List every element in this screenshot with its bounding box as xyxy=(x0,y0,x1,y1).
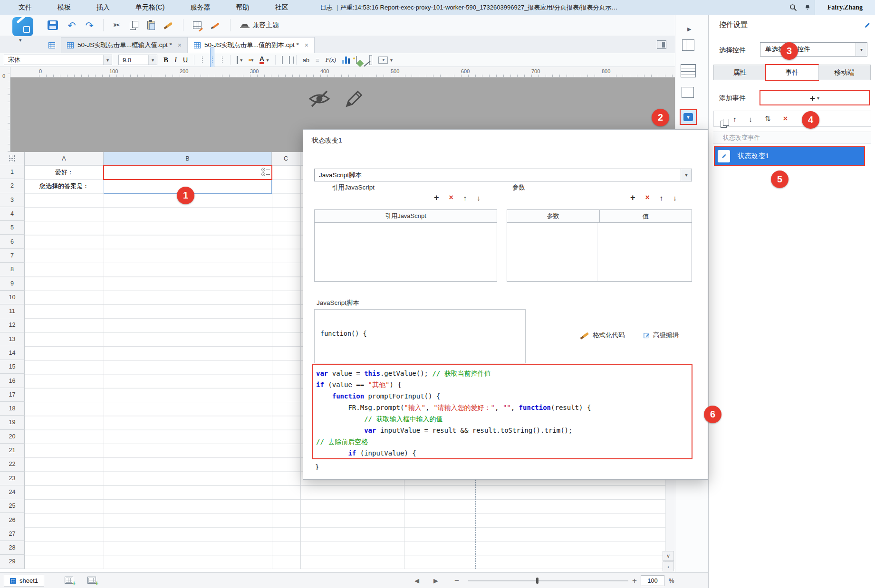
menu-item[interactable]: 帮助 xyxy=(223,3,262,12)
collapse-panel-icon[interactable]: ▶ xyxy=(687,26,691,32)
row-header[interactable]: 20 xyxy=(0,430,25,444)
row-header[interactable]: 27 xyxy=(0,527,25,541)
row-header[interactable]: 16 xyxy=(0,374,25,388)
undo-button[interactable]: ↶ xyxy=(67,20,76,30)
menu-item[interactable]: 社区 xyxy=(262,3,301,12)
unmerge-cells-button[interactable] xyxy=(289,57,290,64)
fill-caret-icon[interactable]: ▾ xyxy=(251,57,253,63)
row-header[interactable]: 15 xyxy=(0,360,25,374)
bold-button[interactable]: B xyxy=(163,56,168,64)
row-header[interactable]: 8 xyxy=(0,263,25,276)
remove-param-button[interactable]: × xyxy=(645,194,650,201)
font-color-button[interactable]: A xyxy=(260,56,264,64)
zoom-value-input[interactable]: 100 xyxy=(641,575,664,586)
row-header[interactable]: 18 xyxy=(0,402,25,416)
row-header[interactable]: 2 xyxy=(0,179,25,193)
insert-image-button[interactable] xyxy=(356,57,357,64)
menu-item[interactable]: 单元格(C) xyxy=(123,3,177,12)
widget-caret-icon[interactable]: ▾ xyxy=(390,57,393,63)
menu-item[interactable]: 插入 xyxy=(84,3,123,12)
move-event-up-button[interactable]: ↑ xyxy=(733,115,737,123)
save-button[interactable] xyxy=(48,20,58,30)
formula-button[interactable]: F(x) xyxy=(326,56,336,64)
ref-js-table[interactable]: 引用JavaScript xyxy=(314,209,497,282)
edit-report-button[interactable] xyxy=(193,21,202,29)
paste-button[interactable] xyxy=(147,21,154,29)
sheet-tab[interactable]: sheet1 xyxy=(4,575,44,587)
underline-button[interactable]: U xyxy=(183,56,188,64)
row-header[interactable]: 26 xyxy=(0,513,25,527)
merge-cells-button[interactable] xyxy=(282,57,283,64)
code-editor[interactable]: var value = this.getValue(); // 获取当前控件值i… xyxy=(312,364,692,459)
cell-a2[interactable]: 您选择的答案是： xyxy=(25,179,104,193)
font-family-select[interactable]: 宋体 ▾ xyxy=(4,55,112,65)
search-icon[interactable] xyxy=(786,0,800,15)
borders-caret-icon[interactable]: ▾ xyxy=(240,57,242,63)
params-table[interactable]: 参数 值 xyxy=(507,209,692,282)
row-header[interactable]: 10 xyxy=(0,291,25,304)
add-chart-sheet-button[interactable] xyxy=(87,577,96,584)
widget-settings-dock-icon[interactable]: ▼ xyxy=(680,109,697,125)
radio-group-widget-cell-b1[interactable] xyxy=(103,165,272,180)
event-edit-pencil-icon[interactable] xyxy=(718,150,730,162)
tab-properties[interactable]: 属性 xyxy=(713,65,766,80)
user-account[interactable]: Fairy.Zhang xyxy=(815,0,875,15)
font-size-select[interactable]: 9.0 ▾ xyxy=(118,55,157,65)
new-template-caret-icon[interactable]: ▾ xyxy=(19,37,22,43)
format-painter-button[interactable] xyxy=(164,21,173,29)
cell-attributes-icon[interactable] xyxy=(681,64,696,77)
zoom-slider-handle[interactable] xyxy=(536,578,538,584)
row-header[interactable]: 6 xyxy=(0,235,25,248)
row-header[interactable]: 9 xyxy=(0,276,25,290)
row-header[interactable]: 1 xyxy=(0,165,25,179)
add-event-button[interactable]: + ▾ xyxy=(760,91,869,105)
insert-widget-button[interactable]: ▾ xyxy=(378,57,388,64)
row-menu-button[interactable]: ≡ xyxy=(316,57,319,64)
notification-bell-icon[interactable] xyxy=(800,0,815,15)
ref-down-button[interactable]: ↓ xyxy=(477,194,481,201)
borders-button[interactable] xyxy=(237,57,238,64)
document-tab-1[interactable]: 50-JS实现点击单...框输入值.cpt * × xyxy=(61,37,188,53)
font-color-caret-icon[interactable]: ▾ xyxy=(267,57,269,63)
param-up-button[interactable]: ↑ xyxy=(660,194,663,201)
row-header[interactable]: 24 xyxy=(0,485,25,499)
tab-events[interactable]: 事件 xyxy=(766,65,818,80)
row-header[interactable]: 13 xyxy=(0,332,25,346)
row-header[interactable]: 11 xyxy=(0,304,25,318)
menu-item[interactable]: 服务器 xyxy=(177,3,223,12)
row-header[interactable]: 17 xyxy=(0,388,25,402)
row-header[interactable]: 3 xyxy=(0,193,25,207)
close-tab-icon[interactable]: × xyxy=(178,41,182,49)
move-event-down-button[interactable]: ↓ xyxy=(749,115,753,123)
text-style-button[interactable]: ab xyxy=(303,57,309,64)
close-tab-icon[interactable]: × xyxy=(305,41,308,49)
add-ref-button[interactable]: + xyxy=(434,193,439,202)
tab-mobile[interactable]: 移动端 xyxy=(818,65,871,80)
copy-button[interactable] xyxy=(130,21,138,29)
row-header[interactable]: 23 xyxy=(0,472,25,485)
delete-event-button[interactable]: × xyxy=(783,114,788,123)
row-header[interactable]: 5 xyxy=(0,221,25,235)
blank-pane-icon[interactable] xyxy=(682,87,694,98)
scroll-right-button[interactable]: › xyxy=(663,561,674,571)
format-code-button[interactable]: 格式化代码 xyxy=(580,331,625,340)
add-grid-sheet-button[interactable] xyxy=(65,577,73,584)
add-param-button[interactable]: + xyxy=(630,193,635,202)
row-header[interactable]: 25 xyxy=(0,499,25,513)
italic-button[interactable]: I xyxy=(174,56,177,64)
menu-item[interactable]: 模板 xyxy=(45,3,84,12)
insert-chart-button[interactable] xyxy=(342,56,350,64)
zoom-in-button[interactable]: + xyxy=(632,573,637,588)
row-header[interactable]: 22 xyxy=(0,457,25,471)
row-header[interactable]: 28 xyxy=(0,541,25,555)
widget-type-select[interactable]: 单选按钮组控件 ▾ xyxy=(760,42,867,57)
row-header[interactable]: 21 xyxy=(0,444,25,457)
compat-theme-button[interactable]: 兼容主题 xyxy=(240,21,279,29)
cut-button[interactable]: ✂ xyxy=(113,21,120,29)
column-header-a[interactable]: A xyxy=(25,152,104,165)
style-pen-button[interactable] xyxy=(211,21,221,29)
select-all-corner[interactable] xyxy=(0,152,25,165)
panel-edit-pencil-icon[interactable] xyxy=(864,21,871,31)
row-header[interactable]: 7 xyxy=(0,249,25,263)
prev-page-button[interactable]: ◀ xyxy=(414,573,419,588)
